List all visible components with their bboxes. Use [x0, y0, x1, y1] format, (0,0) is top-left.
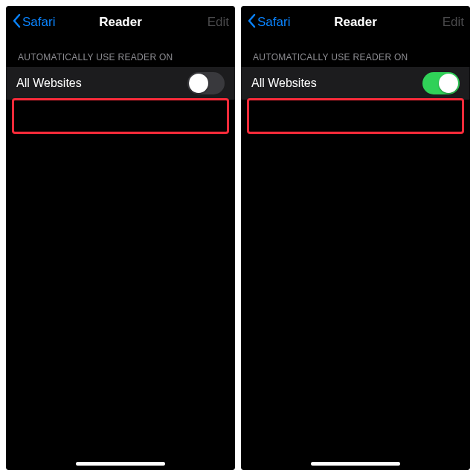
all-websites-toggle[interactable]	[422, 72, 460, 94]
all-websites-row[interactable]: All Websites	[241, 67, 470, 100]
toggle-knob	[189, 74, 208, 93]
page-title: Reader	[99, 15, 142, 30]
highlight-box	[247, 98, 464, 134]
content: AUTOMATICALLY USE READER ON All Websites	[6, 39, 235, 470]
section-header: AUTOMATICALLY USE READER ON	[241, 52, 470, 67]
chevron-left-icon	[247, 13, 256, 32]
highlight-box	[12, 98, 229, 134]
page-title: Reader	[334, 15, 377, 30]
edit-button[interactable]: Edit	[208, 15, 229, 30]
toggle-knob	[439, 74, 458, 93]
navbar: Safari Reader Edit	[241, 6, 470, 39]
phone-screen-left: Safari Reader Edit AUTOMATICALLY USE REA…	[6, 6, 235, 470]
back-label: Safari	[22, 15, 55, 30]
back-button[interactable]: Safari	[247, 13, 290, 32]
all-websites-toggle[interactable]	[187, 72, 225, 94]
home-indicator[interactable]	[76, 462, 165, 466]
back-button[interactable]: Safari	[12, 13, 55, 32]
all-websites-row[interactable]: All Websites	[6, 67, 235, 100]
navbar: Safari Reader Edit	[6, 6, 235, 39]
section-header: AUTOMATICALLY USE READER ON	[6, 52, 235, 67]
home-indicator[interactable]	[311, 462, 400, 466]
chevron-left-icon	[12, 13, 21, 32]
edit-button[interactable]: Edit	[443, 15, 464, 30]
row-label: All Websites	[16, 77, 82, 90]
row-label: All Websites	[251, 77, 317, 90]
back-label: Safari	[257, 15, 290, 30]
phone-screen-right: Safari Reader Edit AUTOMATICALLY USE REA…	[241, 6, 470, 470]
content: AUTOMATICALLY USE READER ON All Websites	[241, 39, 470, 470]
